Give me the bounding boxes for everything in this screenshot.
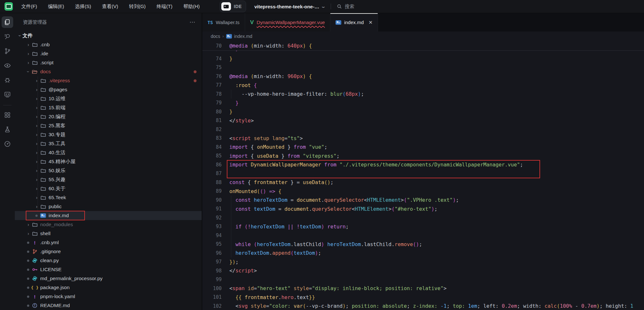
chevron-collapsed-icon[interactable]: › <box>26 222 31 227</box>
tree-item-public[interactable]: ›public <box>15 202 202 211</box>
chevron-collapsed-icon[interactable]: › <box>34 114 39 119</box>
code-line-88[interactable]: 88const { frontmatter } = useData(); <box>202 178 644 187</box>
code-line-82[interactable]: 82 <box>202 125 644 134</box>
chevron-collapsed-icon[interactable]: › <box>34 105 39 110</box>
tree-item-15.前端[interactable]: ›15.前端 <box>15 103 202 112</box>
code-line-76[interactable]: 76@media (min-width: 960px) { <box>202 72 644 81</box>
code-line-79[interactable]: 79 } <box>202 99 644 108</box>
menu-item-1[interactable]: 编辑(E) <box>45 2 67 11</box>
tree-item-README.md[interactable]: README.md <box>15 301 202 310</box>
extensions-icon[interactable] <box>2 109 13 121</box>
code-line-87[interactable]: 87 <box>202 169 644 178</box>
chevron-collapsed-icon[interactable]: › <box>34 177 39 182</box>
breadcrumb-folder[interactable]: docs <box>211 34 220 39</box>
chevron-expanded-icon[interactable]: › <box>17 33 23 38</box>
code-line-100[interactable]: 100<span id="hero-text" style="display: … <box>202 284 644 293</box>
chevron-expanded-icon[interactable]: › <box>26 69 31 74</box>
tree-item-.cnb[interactable]: ›.cnb <box>15 40 202 49</box>
tree-item-.gitignore[interactable]: .gitignore <box>15 247 202 256</box>
code-line-83[interactable]: 83<script setup lang="ts"> <box>202 134 644 143</box>
tree-item-40.生活[interactable]: ›40.生活 <box>15 148 202 157</box>
chevron-collapsed-icon[interactable]: › <box>26 42 31 47</box>
chevron-collapsed-icon[interactable]: › <box>34 123 39 128</box>
tree-item-.script[interactable]: ›.script <box>15 58 202 67</box>
code-line-102[interactable]: 102 <svg style="color: var(--vp-c-brand)… <box>202 302 644 310</box>
tree-item-45.精神小屋[interactable]: ›45.精神小屋 <box>15 157 202 166</box>
tree-item-@pages[interactable]: ›@pages <box>15 85 202 94</box>
code-line-91[interactable]: 91 const textDom = document.querySelecto… <box>202 205 644 214</box>
tree-item-30.专题[interactable]: ›30.专题 <box>15 130 202 139</box>
chevron-collapsed-icon[interactable]: › <box>34 87 39 92</box>
chevron-collapsed-icon[interactable]: › <box>34 204 39 209</box>
chevron-collapsed-icon[interactable]: › <box>26 231 31 236</box>
tab-DynamicWallpaperManager.vue[interactable]: VDynamicWallpaperManager.vue <box>245 13 330 31</box>
tree-item-50.娱乐[interactable]: ›50.娱乐 <box>15 166 202 175</box>
tree-item-pnpm-lock.yaml[interactable]: !pnpm-lock.yaml <box>15 292 202 301</box>
search-box[interactable]: 搜索 <box>337 4 354 10</box>
app-logo-icon[interactable] <box>5 2 13 11</box>
chevron-collapsed-icon[interactable]: › <box>34 186 39 191</box>
search-icon[interactable] <box>2 31 13 42</box>
chevron-collapsed-icon[interactable]: › <box>34 96 39 101</box>
chevron-collapsed-icon[interactable]: › <box>34 195 39 200</box>
menu-item-5[interactable]: 终端(T) <box>153 2 176 11</box>
explorer-icon[interactable] <box>2 16 13 28</box>
chevron-collapsed-icon[interactable]: › <box>34 78 39 83</box>
tree-item-LICENSE[interactable]: LICENSE <box>15 265 202 274</box>
code-line-95[interactable]: 95 while (heroTextDom.lastChild) heroTex… <box>202 240 644 249</box>
chevron-collapsed-icon[interactable]: › <box>34 150 39 155</box>
code-line-94[interactable]: 94 <box>202 231 644 240</box>
tree-item-docs[interactable]: ›docs <box>15 67 202 76</box>
tree-item-shell[interactable]: ›shell <box>15 229 202 238</box>
tree-item-10.运维[interactable]: ›10.运维 <box>15 94 202 103</box>
tree-item-node_modules[interactable]: ›node_modules <box>15 220 202 229</box>
menu-item-2[interactable]: 选择(S) <box>72 2 94 11</box>
remote-screen-icon[interactable] <box>2 89 13 100</box>
tree-item-.ide[interactable]: ›.ide <box>15 49 202 58</box>
chevron-collapsed-icon[interactable]: › <box>34 132 39 137</box>
code-line-89[interactable]: 89onMounted(() => { <box>202 187 644 196</box>
tab-index.md[interactable]: M↓index.md✕ <box>330 13 378 31</box>
menu-item-4[interactable]: 转到(G) <box>126 2 149 11</box>
code-line-101[interactable]: 101 {{ frontmatter.hero.text}} <box>202 293 644 302</box>
code-line-85[interactable]: 85import { useData } from "vitepress"; <box>202 152 644 161</box>
close-icon[interactable]: ✕ <box>369 20 373 25</box>
code-line-90[interactable]: 90 const heroTextDom = document.querySel… <box>202 196 644 205</box>
tree-item-20.编程[interactable]: ›20.编程 <box>15 112 202 121</box>
code-line-70[interactable]: 70@media (min-width: 640px) { <box>202 41 312 50</box>
tree-item-md_permalink_processor.py[interactable]: md_permalink_processor.py <box>15 274 202 283</box>
code-line-75[interactable]: 75 <box>202 63 644 72</box>
tree-item-package.json[interactable]: { }package.json <box>15 283 202 292</box>
ide-switcher[interactable]: IDE <box>220 1 246 12</box>
tree-item-clean.py[interactable]: clean.py <box>15 256 202 265</box>
tree-item-25.黑客[interactable]: ›25.黑客 <box>15 121 202 130</box>
tree-item-60.关于[interactable]: ›60.关于 <box>15 184 202 193</box>
sticky-scroll-line[interactable]: 70@media (min-width: 640px) { <box>202 41 644 51</box>
chevron-collapsed-icon[interactable]: › <box>26 51 31 56</box>
more-actions-icon[interactable]: ⋯ <box>189 19 196 26</box>
code-line-98[interactable]: 98</script> <box>202 266 644 275</box>
menu-item-6[interactable]: 帮助(H) <box>180 2 203 11</box>
code-line-99[interactable]: 99 <box>202 275 644 284</box>
chevron-collapsed-icon[interactable]: › <box>34 159 39 164</box>
eye-icon[interactable] <box>2 60 13 71</box>
code-line-93[interactable]: 93 if (!heroTextDom || !textDom) return; <box>202 222 644 231</box>
breadcrumb[interactable]: docs › M↓ index.md <box>202 31 644 41</box>
test-flask-icon[interactable] <box>2 124 13 135</box>
code-line-81[interactable]: 81</style> <box>202 116 644 125</box>
tab-Wallaper.ts[interactable]: TSWallaper.ts <box>202 13 245 31</box>
code-line-92[interactable]: 92 <box>202 213 644 222</box>
tree-item-35.工具[interactable]: ›35.工具 <box>15 139 202 148</box>
chevron-collapsed-icon[interactable]: › <box>26 60 31 65</box>
code-line-96[interactable]: 96 heroTextDom.append(textDom); <box>202 249 644 258</box>
code-line-73[interactable]: 73 } <box>202 50 644 54</box>
breadcrumb-file[interactable]: index.md <box>234 34 253 39</box>
tree-item-index.md[interactable]: M↓index.md <box>15 211 202 220</box>
project-dropdown[interactable]: vitepress-theme-teek-one-… ⌄ <box>254 4 325 9</box>
tree-item-65.Teek[interactable]: ›65.Teek <box>15 193 202 202</box>
source-control-icon[interactable] <box>2 45 13 57</box>
code-line-84[interactable]: 84import { onMounted } from "vue"; <box>202 143 644 152</box>
code-viewport[interactable]: 73 }74}7576@media (min-width: 960px) {77… <box>202 50 644 310</box>
code-line-77[interactable]: 77 :root { <box>202 81 644 90</box>
menu-item-0[interactable]: 文件(F) <box>18 2 40 11</box>
